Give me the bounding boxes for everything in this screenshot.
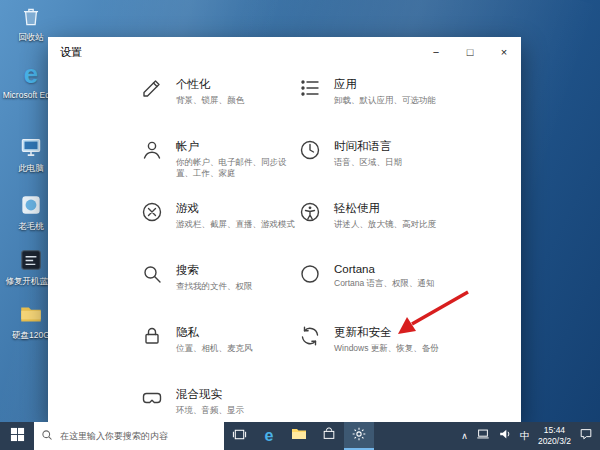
search-icon: [41, 427, 53, 445]
cortana-icon: [298, 262, 324, 288]
taskbar-app-icons: e: [224, 422, 374, 450]
task-view-icon: [232, 427, 247, 446]
taskbar-icon-file-explorer[interactable]: [284, 422, 314, 450]
category-title: 隐私: [176, 325, 296, 340]
window-titlebar: 设置 − □ ×: [48, 37, 521, 67]
settings-category-personalization[interactable]: 个性化背景、锁屏、颜色: [140, 73, 298, 135]
category-subtitle: Cortana 语言、权限、通知: [334, 278, 454, 289]
category-subtitle: 位置、相机、麦克风: [176, 343, 296, 354]
category-subtitle: 你的帐户、电子邮件、同步设置、工作、家庭: [176, 157, 296, 179]
category-title: 个性化: [176, 77, 296, 92]
category-subtitle: 卸载、默认应用、可选功能: [334, 95, 454, 106]
gaming-icon: [140, 200, 166, 226]
file-explorer-icon: [291, 426, 307, 446]
settings-category-time-language[interactable]: 时间和语言语音、区域、日期: [298, 135, 456, 197]
settings-category-grid: 个性化背景、锁屏、颜色应用卸载、默认应用、可选功能帐户你的帐户、电子邮件、同步设…: [48, 67, 521, 424]
settings-category-accounts[interactable]: 帐户你的帐户、电子邮件、同步设置、工作、家庭: [140, 135, 298, 197]
category-title: Cortana: [334, 263, 454, 275]
taskbar-icon-edge[interactable]: e: [254, 422, 284, 450]
edge-small-icon: e: [265, 427, 274, 445]
settings-category-apps[interactable]: 应用卸载、默认应用、可选功能: [298, 73, 456, 135]
category-title: 搜索: [176, 263, 296, 278]
category-title: 更新和安全: [334, 325, 454, 340]
windows-logo-icon: [10, 427, 25, 446]
settings-category-gaming[interactable]: 游戏游戏栏、截屏、直播、游戏模式: [140, 197, 298, 259]
app-icon: [17, 191, 45, 219]
volume-icon[interactable]: [498, 427, 512, 445]
settings-gear-icon: [351, 426, 367, 446]
window-controls: − □ ×: [419, 37, 521, 67]
recycle-bin-icon: [17, 2, 45, 30]
category-subtitle: 环境、音频、显示: [176, 405, 296, 416]
time-language-icon: [298, 138, 324, 164]
taskbar-search-box[interactable]: [34, 422, 224, 450]
close-button[interactable]: ×: [487, 37, 521, 67]
taskbar: e ∧ 中 15:44 2020/3/2: [0, 422, 600, 450]
maximize-button[interactable]: □: [453, 37, 487, 67]
personalization-icon: [140, 76, 166, 102]
category-title: 应用: [334, 77, 454, 92]
search-input[interactable]: [58, 430, 204, 442]
this-pc-icon: [17, 133, 45, 161]
mixed-reality-icon: [140, 386, 166, 412]
desktop-icon-recycle-bin[interactable]: 回收站: [2, 2, 60, 42]
apps-icon: [298, 76, 324, 102]
network-icon[interactable]: [476, 427, 490, 445]
store-icon: [322, 427, 336, 445]
action-center-icon[interactable]: [579, 427, 593, 445]
start-button[interactable]: [0, 422, 34, 450]
clock-date: 2020/3/2: [538, 436, 571, 446]
repair-icon: [17, 246, 45, 274]
category-title: 帐户: [176, 139, 296, 154]
edge-icon: e: [17, 60, 45, 88]
category-subtitle: 背景、锁屏、颜色: [176, 95, 296, 106]
settings-window: 设置 − □ × 个性化背景、锁屏、颜色应用卸载、默认应用、可选功能帐户你的帐户…: [48, 37, 521, 424]
category-subtitle: Windows 更新、恢复、备份: [334, 343, 454, 354]
settings-category-ease-of-access[interactable]: 轻松使用讲述人、放大镜、高对比度: [298, 197, 456, 259]
window-title: 设置: [48, 45, 82, 60]
update-security-icon: [298, 324, 324, 350]
folder-icon: [17, 300, 45, 328]
settings-category-search[interactable]: 搜索查找我的文件、权限: [140, 259, 298, 321]
category-subtitle: 游戏栏、截屏、直播、游戏模式: [176, 219, 296, 230]
clock-time: 15:44: [544, 425, 565, 435]
accounts-icon: [140, 138, 166, 164]
category-title: 混合现实: [176, 387, 296, 402]
search-icon: [140, 262, 166, 288]
ime-indicator[interactable]: 中: [520, 429, 530, 443]
category-title: 轻松使用: [334, 201, 454, 216]
system-tray: ∧ 中 15:44 2020/3/2: [461, 422, 600, 450]
taskbar-icon-settings[interactable]: [344, 422, 374, 450]
settings-category-cortana[interactable]: CortanaCortana 语言、权限、通知: [298, 259, 456, 321]
taskbar-icon-task-view[interactable]: [224, 422, 254, 450]
category-title: 游戏: [176, 201, 296, 216]
privacy-icon: [140, 324, 166, 350]
settings-category-mixed-reality[interactable]: 混合现实环境、音频、显示: [140, 383, 298, 424]
category-subtitle: 讲述人、放大镜、高对比度: [334, 219, 454, 230]
tray-expand-icon[interactable]: ∧: [461, 431, 468, 441]
settings-category-update-security[interactable]: 更新和安全Windows 更新、恢复、备份: [298, 321, 456, 383]
settings-category-privacy[interactable]: 隐私位置、相机、麦克风: [140, 321, 298, 383]
category-title: 时间和语言: [334, 139, 454, 154]
ease-of-access-icon: [298, 200, 324, 226]
category-subtitle: 语音、区域、日期: [334, 157, 454, 168]
minimize-button[interactable]: −: [419, 37, 453, 67]
clock[interactable]: 15:44 2020/3/2: [538, 425, 571, 446]
taskbar-icon-store[interactable]: [314, 422, 344, 450]
category-subtitle: 查找我的文件、权限: [176, 281, 296, 292]
